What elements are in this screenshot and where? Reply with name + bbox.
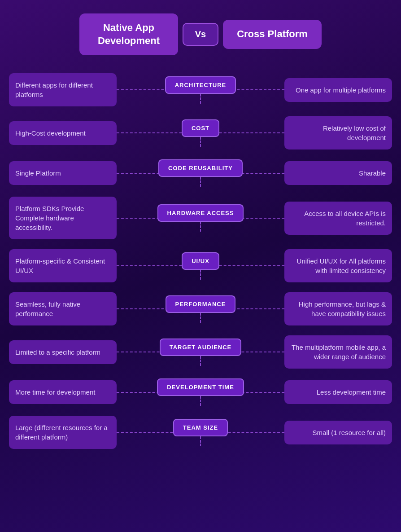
v-line-1 — [200, 137, 201, 147]
native-header-label: Native App Development — [98, 22, 160, 46]
comparison-row: Single Platform CODE REUSABILITY Sharabl… — [9, 159, 392, 187]
row-center-4: UI/UX — [117, 252, 284, 280]
comparison-row: More time for development DEVELOPMENT TI… — [9, 378, 392, 406]
row-center-7: DEVELOPMENT TIME — [117, 378, 284, 406]
category-label-6: TARGET AUDIENCE — [160, 339, 242, 356]
row-center-8: TEAM SIZE — [117, 419, 284, 446]
cross-header-label: Cross Platform — [237, 28, 308, 40]
cross-header-box: Cross Platform — [223, 20, 322, 49]
row-center-5: PERFORMANCE — [117, 295, 284, 323]
right-cell-8: Small (1 resource for all) — [284, 421, 392, 444]
left-cell-8: Large (different resources for a differe… — [9, 416, 117, 449]
left-cell-7: More time for development — [9, 380, 117, 404]
left-cell-0: Different apps for different platforms — [9, 73, 117, 106]
vs-label: Vs — [183, 23, 218, 46]
v-line-5 — [200, 313, 201, 323]
comparison-row: Different apps for different platforms A… — [9, 73, 392, 106]
category-label-3: HARDWARE ACCESS — [157, 204, 244, 222]
row-center-2: CODE REUSABILITY — [117, 159, 284, 187]
right-cell-2: Sharable — [284, 161, 392, 185]
left-cell-4: Platform-specific & Consistent UI/UX — [9, 249, 117, 282]
right-cell-0: One app for multiple platforms — [284, 78, 392, 102]
v-line-7 — [200, 396, 201, 406]
left-cell-3: Platform SDKs Provide Complete hardware … — [9, 197, 117, 239]
row-center-0: ARCHITECTURE — [117, 76, 284, 104]
left-cell-6: Limited to a specific platform — [9, 340, 117, 364]
page-container: Native App Development Vs Cross Platform… — [9, 13, 392, 449]
left-cell-5: Seamless, fully native performance — [9, 292, 117, 325]
v-line-2 — [200, 177, 201, 187]
native-header-box: Native App Development — [79, 13, 178, 55]
comparison-row: Platform-specific & Consistent UI/UX UI/… — [9, 249, 392, 282]
category-label-0: ARCHITECTURE — [165, 76, 236, 94]
v-line-0 — [200, 94, 201, 104]
right-cell-6: The multiplatform mobile app, a wider ra… — [284, 335, 392, 369]
right-cell-4: Unified UI/UX for All platforms with lim… — [284, 249, 392, 282]
comparison-row: Seamless, fully native performance PERFO… — [9, 292, 392, 325]
v-line-8 — [200, 436, 201, 446]
comparison-rows: Different apps for different platforms A… — [9, 73, 392, 449]
right-cell-5: High performance, but lags & have compat… — [284, 292, 392, 325]
v-line-3 — [200, 222, 201, 232]
header: Native App Development Vs Cross Platform — [9, 13, 392, 55]
left-cell-1: High-Cost development — [9, 121, 117, 145]
right-cell-7: Less development time — [284, 380, 392, 404]
category-label-1: COST — [182, 119, 219, 137]
row-center-1: COST — [117, 119, 284, 147]
comparison-row: Platform SDKs Provide Complete hardware … — [9, 197, 392, 239]
right-cell-3: Access to all device APIs is restricted. — [284, 202, 392, 235]
category-label-4: UI/UX — [182, 252, 219, 270]
category-label-5: PERFORMANCE — [166, 295, 236, 313]
row-center-3: HARDWARE ACCESS — [117, 204, 284, 232]
comparison-row: High-Cost development COST Relatively lo… — [9, 116, 392, 149]
category-label-2: CODE REUSABILITY — [158, 159, 243, 177]
v-line-6 — [200, 356, 201, 366]
category-label-8: TEAM SIZE — [173, 419, 228, 436]
left-cell-2: Single Platform — [9, 161, 117, 185]
v-line-4 — [200, 270, 201, 280]
comparison-row: Large (different resources for a differe… — [9, 416, 392, 449]
right-cell-1: Relatively low cost of development — [284, 116, 392, 149]
row-center-6: TARGET AUDIENCE — [117, 339, 284, 366]
category-label-7: DEVELOPMENT TIME — [157, 378, 244, 396]
comparison-row: Limited to a specific platform TARGET AU… — [9, 335, 392, 369]
